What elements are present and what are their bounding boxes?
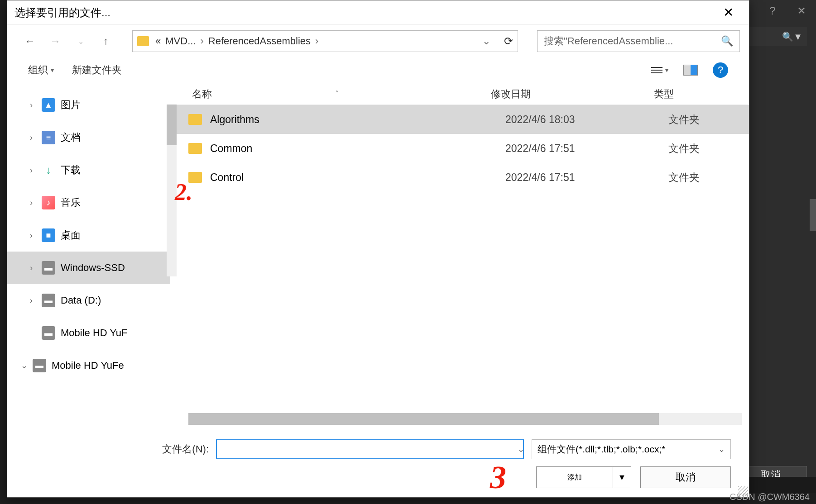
file-row-algorithms[interactable]: Algorithms 2022/4/6 18:03 文件夹	[170, 105, 749, 134]
filename-label: 文件名(N):	[162, 442, 209, 456]
watermark: CSDN @CWM6364	[730, 492, 810, 502]
sidebar-item-desktop[interactable]: ›■桌面	[7, 219, 170, 252]
vs-scrollbar[interactable]	[810, 199, 816, 231]
sidebar-item-music[interactable]: ›♪音乐	[7, 186, 170, 219]
preview-pane-button[interactable]	[682, 62, 699, 79]
column-type[interactable]: 类型	[654, 87, 749, 101]
file-name: Control	[210, 171, 505, 184]
organize-menu[interactable]: 组织▾	[28, 63, 54, 77]
path-dropdown-icon[interactable]: ⌄	[482, 35, 490, 47]
path-seg2[interactable]: ReferencedAssemblies	[208, 35, 311, 47]
breadcrumb-path[interactable]: « MVD... › ReferencedAssemblies › ⌄ ⟳	[132, 30, 518, 52]
filename-dropdown-icon[interactable]: ⌄	[518, 444, 524, 454]
folder-icon	[188, 143, 202, 154]
refresh-icon[interactable]: ⟳	[504, 35, 513, 48]
new-folder-button[interactable]: 新建文件夹	[72, 63, 122, 77]
file-date: 2022/4/6 17:51	[505, 171, 668, 184]
filename-input[interactable]	[216, 439, 524, 459]
path-seg1[interactable]: MVD...	[165, 35, 196, 47]
chevron-down-icon: ⌄	[718, 444, 725, 454]
sidebar-item-downloads[interactable]: ›↓下载	[7, 154, 170, 186]
recent-dropdown[interactable]: ⌄	[73, 34, 88, 48]
chevron-right-icon[interactable]: ›	[315, 35, 318, 47]
chevron-right-icon[interactable]: ›	[200, 35, 203, 47]
file-name: Common	[210, 143, 505, 155]
file-type: 文件夹	[668, 113, 749, 127]
horizontal-scrollbar[interactable]	[188, 413, 742, 425]
sidebar-item-documents[interactable]: ›≡文档	[7, 121, 170, 154]
help-icon[interactable]: ?	[713, 62, 728, 78]
file-row-control[interactable]: Control 2022/4/6 17:51 文件夹	[170, 163, 749, 192]
file-type: 文件夹	[668, 171, 749, 185]
folder-icon	[188, 172, 202, 183]
filter-text: 组件文件(*.dll;*.tlb;*.olb;*.ocx;*	[538, 443, 665, 456]
folder-icon	[137, 36, 149, 46]
file-list-header: 名称˄ 修改日期 类型	[170, 83, 749, 105]
search-icon: 🔍	[721, 35, 733, 47]
file-dialog-footer: 文件名(N): ⌄ 组件文件(*.dll;*.tlb;*.olb;*.ocx;*…	[7, 432, 749, 497]
add-dropdown-icon[interactable]: ▼	[613, 466, 631, 488]
file-list-panel: 名称˄ 修改日期 类型 Algorithms 2022/4/6 18:03 文件…	[170, 83, 749, 432]
file-date: 2022/4/6 17:51	[505, 143, 668, 155]
file-name: Algorithms	[210, 114, 505, 126]
up-button[interactable]: ↑	[99, 34, 113, 48]
cancel-button[interactable]: 取消	[640, 466, 731, 488]
file-row-common[interactable]: Common 2022/4/6 17:51 文件夹	[170, 134, 749, 163]
file-dialog-titlebar: 选择要引用的文件... ✕	[7, 0, 749, 25]
file-dialog-navbar: ← → ⌄ ↑ « MVD... › ReferencedAssemblies …	[7, 25, 749, 57]
add-button[interactable]: 添加 ▼	[536, 466, 631, 488]
sidebar-item-data-d[interactable]: ›▬Data (D:)	[7, 284, 170, 317]
sidebar-item-mobile-hd-1[interactable]: ▬Mobile HD YuF	[7, 317, 170, 349]
sidebar-item-pictures[interactable]: ›▲图片	[7, 89, 170, 121]
search-icon: 🔍▼	[782, 31, 802, 42]
forward-button[interactable]: →	[48, 34, 62, 48]
column-name[interactable]: 名称˄	[192, 87, 491, 101]
file-dialog-sidebar: ›▲图片 ›≡文档 ›↓下载 ›♪音乐 ›■桌面 ›▬Windows-SSD ›…	[7, 83, 170, 432]
file-dialog-toolbar: 组织▾ 新建文件夹 ▾ ?	[7, 57, 749, 83]
close-icon[interactable]: ✕	[715, 0, 742, 25]
column-date[interactable]: 修改日期	[491, 87, 654, 101]
folder-icon	[188, 114, 202, 125]
file-type-filter[interactable]: 组件文件(*.dll;*.tlb;*.olb;*.ocx;* ⌄	[532, 439, 731, 459]
file-list: Algorithms 2022/4/6 18:03 文件夹 Common 202…	[170, 105, 749, 413]
path-root: «	[155, 35, 161, 47]
file-dialog-title: 选择要引用的文件...	[14, 5, 110, 20]
sidebar-item-windows-ssd[interactable]: ›▬Windows-SSD	[7, 252, 170, 284]
sort-indicator-icon: ˄	[335, 90, 339, 98]
file-dialog-body: ›▲图片 ›≡文档 ›↓下载 ›♪音乐 ›■桌面 ›▬Windows-SSD ›…	[7, 83, 749, 432]
close-button[interactable]: ✕	[787, 0, 816, 22]
view-mode-button[interactable]: ▾	[651, 62, 668, 79]
sidebar-item-mobile-hd-2[interactable]: ⌄▬Mobile HD YuFe	[7, 349, 170, 382]
file-open-dialog: 选择要引用的文件... ✕ ← → ⌄ ↑ « MVD... › Referen…	[7, 0, 749, 498]
sidebar-scrollbar[interactable]	[167, 105, 177, 276]
file-search-placeholder: 搜索"ReferencedAssemblie...	[544, 34, 673, 48]
help-button[interactable]: ?	[758, 0, 787, 22]
file-search-input[interactable]: 搜索"ReferencedAssemblie... 🔍	[537, 30, 740, 52]
file-date: 2022/4/6 18:03	[505, 114, 668, 126]
back-button[interactable]: ←	[23, 34, 37, 48]
file-type: 文件夹	[668, 142, 749, 156]
